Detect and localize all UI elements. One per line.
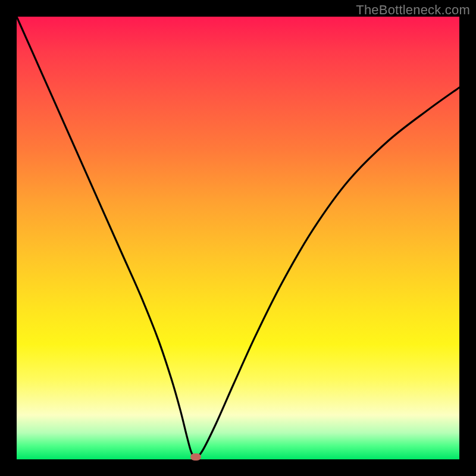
bottleneck-curve [17,17,459,459]
chart-frame: TheBottleneck.com [0,0,476,476]
plot-area [17,17,459,459]
watermark-text: TheBottleneck.com [356,2,470,18]
curve-path [17,17,459,457]
min-marker [190,453,201,461]
